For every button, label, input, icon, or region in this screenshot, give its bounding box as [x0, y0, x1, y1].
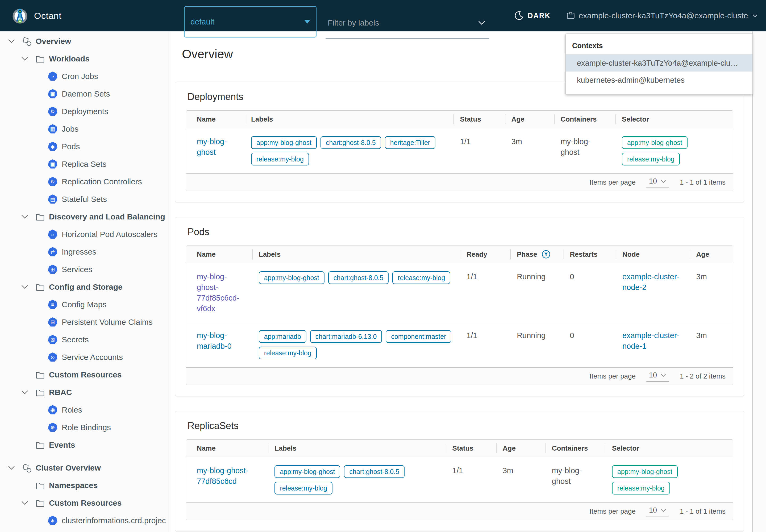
column-header-node: Node: [616, 246, 690, 263]
label-tag[interactable]: release:my-blog: [612, 482, 670, 494]
chevron-down-icon[interactable]: [7, 39, 15, 44]
sidebar-item-config-maps[interactable]: ≡Config Maps: [0, 296, 170, 313]
sidebar-item-ingresses[interactable]: ⇄Ingresses: [0, 243, 170, 261]
cell-text: 1/1: [452, 466, 463, 475]
sidebar-item-role-bindings[interactable]: ⊕Role Bindings: [0, 419, 170, 436]
column-header-containers: Containers: [554, 111, 615, 128]
label-tag[interactable]: release:my-blog: [622, 153, 680, 165]
column-header-name: Name: [186, 111, 245, 128]
sidebar-item-clusterinformations-crd-projec[interactable]: ∗clusterinformations.crd.projec: [0, 512, 170, 529]
sidebar-item-custom-resources[interactable]: Custom Resources: [0, 366, 170, 384]
sidebar-item-replication-controllers[interactable]: ↻Replication Controllers: [0, 173, 170, 190]
label-tag[interactable]: app:mariadb: [259, 330, 306, 343]
label-tag[interactable]: release:my-blog: [274, 482, 332, 494]
table-cell-phase: Running: [510, 322, 563, 367]
sidebar-item-deployments[interactable]: ↻Deployments: [0, 103, 170, 120]
resource-link[interactable]: my-blog-mariadb-0: [197, 331, 232, 350]
k8s-jobs-icon: ▦: [48, 124, 57, 134]
cell-text: 3m: [696, 331, 707, 340]
label-tag[interactable]: app:my-blog-ghost: [622, 136, 688, 149]
sidebar-item-jobs[interactable]: ▦Jobs: [0, 120, 170, 138]
k8s-replica-sets-icon: ▣: [48, 159, 57, 169]
cell-text: 0: [570, 331, 574, 340]
sidebar-item-label: Replication Controllers: [62, 177, 142, 186]
caret-down-icon: [660, 179, 667, 183]
resource-link[interactable]: example-cluster-node-1: [622, 331, 679, 350]
sidebar-item-service-accounts[interactable]: ⊙Service Accounts: [0, 348, 170, 366]
folder-icon: [35, 498, 45, 508]
sidebar-item-overview[interactable]: Overview: [0, 32, 170, 50]
sidebar-item-config-and-storage[interactable]: Config and Storage: [0, 278, 170, 296]
sidebar-item-persistent-volume-claims[interactable]: ⊟Persistent Volume Claims: [0, 313, 170, 331]
sidebar-item-label: Cluster Overview: [36, 463, 101, 472]
context-menu-item[interactable]: example-cluster-ka3TuTzYo4a@example-clu…: [566, 55, 752, 72]
label-tag[interactable]: release:my-blog: [259, 347, 317, 359]
k8s-custom-resource-definition-icon: ∗: [48, 516, 57, 525]
app-title: Octant: [34, 11, 61, 21]
sidebar-item-label: Role Bindings: [62, 423, 111, 432]
context-menu-item[interactable]: kubernetes-admin@kubernetes: [566, 72, 752, 89]
chevron-down-icon[interactable]: [478, 20, 486, 25]
label-tag[interactable]: heritage:Tiller: [385, 136, 436, 149]
label-tag[interactable]: release:my-blog: [392, 271, 450, 284]
chevron-down-icon[interactable]: [21, 284, 29, 290]
label-tag[interactable]: app:my-blog-ghost: [274, 465, 340, 478]
sidebar-item-events[interactable]: Events: [0, 436, 170, 454]
resource-link[interactable]: my-blog-ghost-77df85c6cd-vf6dx: [197, 272, 239, 313]
filter-icon[interactable]: [542, 250, 551, 259]
chevron-down-icon[interactable]: [21, 500, 29, 506]
sidebar-item-pods[interactable]: ◆Pods: [0, 138, 170, 155]
page-size-select[interactable]: 10: [646, 506, 669, 517]
k8s-pods-icon: ◆: [48, 142, 57, 151]
sidebar-item-secrets[interactable]: ⊠Secrets: [0, 331, 170, 348]
sidebar-item-replica-sets[interactable]: ▣Replica Sets: [0, 155, 170, 173]
sidebar-item-services[interactable]: ⊞Services: [0, 261, 170, 278]
label-tag[interactable]: chart:ghost-8.0.5: [320, 136, 381, 149]
page-size-select[interactable]: 10: [646, 371, 669, 382]
chevron-down-icon: [752, 14, 758, 18]
sidebar-item-cron-jobs[interactable]: ◔Cron Jobs: [0, 68, 170, 85]
chevron-down-icon[interactable]: [21, 214, 29, 219]
cell-text: my-blog-ghost: [561, 137, 591, 156]
label-tags: app:my-blog-ghostrelease:my-blog: [612, 465, 727, 494]
label-tag[interactable]: chart:ghost-8.0.5: [344, 465, 405, 478]
sidebar-item-horizontal-pod-autoscalers[interactable]: ⇔Horizontal Pod Autoscalers: [0, 226, 170, 243]
k8s-service-accounts-icon: ⊙: [48, 352, 57, 362]
sidebar-item-namespaces[interactable]: Namespaces: [0, 477, 170, 494]
label-tag[interactable]: app:my-blog-ghost: [612, 465, 678, 478]
folder-icon: [35, 370, 45, 380]
sidebar-item-workloads[interactable]: Workloads: [0, 50, 170, 68]
sidebar-item-discovery-and-load-balancing[interactable]: Discovery and Load Balancing: [0, 208, 170, 226]
label-tag[interactable]: release:my-blog: [251, 153, 309, 165]
sidebar-item-daemon-sets[interactable]: ▣Daemon Sets: [0, 85, 170, 103]
sidebar-item-cluster-overview[interactable]: Cluster Overview: [0, 459, 170, 477]
resource-link[interactable]: my-blog-ghost-77df85c6cd: [197, 466, 248, 485]
page-size-select[interactable]: 10: [646, 177, 669, 188]
chevron-down-icon[interactable]: [21, 56, 29, 61]
sidebar-item-csidrivers-csi-storage-k8s-io[interactable]: ∗csidrivers.csi.storage.k8s.io: [0, 529, 170, 532]
sidebar-item-stateful-sets[interactable]: ▤Stateful Sets: [0, 190, 170, 208]
label-tags: app:my-blog-ghostchart:ghost-8.0.5herita…: [251, 136, 447, 165]
sidebar-item-rbac[interactable]: RBAC: [0, 384, 170, 401]
column-label: Age: [503, 444, 516, 452]
chevron-down-icon[interactable]: [7, 465, 15, 471]
context-selector-button[interactable]: example-cluster-ka3TuTzYo4a@example-clus…: [567, 0, 758, 31]
table-cell-name: my-blog-mariadb-0: [186, 322, 252, 367]
theme-toggle-button[interactable]: DARK: [515, 0, 551, 31]
resource-link[interactable]: my-blog-ghost: [197, 137, 227, 156]
label-tag[interactable]: chart:ghost-8.0.5: [328, 271, 389, 284]
chevron-down-icon[interactable]: [21, 390, 29, 395]
resource-link[interactable]: example-cluster-node-2: [622, 272, 679, 292]
namespace-select[interactable]: default: [184, 6, 317, 38]
sidebar-item-label: Services: [62, 265, 92, 274]
label-tag[interactable]: app:my-blog-ghost: [251, 136, 317, 149]
sidebar-item-custom-resources[interactable]: Custom Resources: [0, 494, 170, 512]
sidebar-item-roles[interactable]: ◉Roles: [0, 401, 170, 419]
label-tags: app:my-blog-ghostchart:ghost-8.0.5releas…: [274, 465, 439, 494]
column-header-age: Age: [505, 111, 554, 128]
label-tag[interactable]: chart:mariadb-6.13.0: [310, 330, 382, 343]
label-tag[interactable]: app:my-blog-ghost: [259, 271, 324, 284]
sidebar-item-label: Replica Sets: [62, 160, 106, 169]
label-filter-input[interactable]: [326, 18, 478, 27]
label-tag[interactable]: component:master: [386, 330, 451, 343]
